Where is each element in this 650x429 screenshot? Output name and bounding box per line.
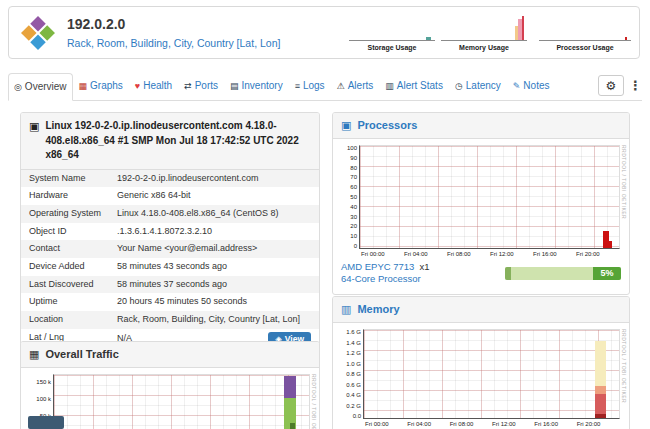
- tab-label: Health: [143, 80, 172, 91]
- tab[interactable]: ✎ Notes: [507, 72, 556, 100]
- cpu-usage-bar: 5%: [505, 267, 621, 280]
- tab[interactable]: ⇄ Ports: [178, 72, 224, 100]
- tab-label: Latency: [466, 80, 501, 91]
- table-row: Uptime 20 hours 45 minutes 50 seconds: [21, 293, 319, 311]
- row-label: Hardware: [29, 190, 117, 202]
- y-tick-label: 0: [354, 243, 357, 249]
- processors-graph[interactable]: [359, 145, 620, 249]
- row-label: Contact: [29, 243, 117, 255]
- tab-label: Inventory: [242, 80, 283, 91]
- x-tick-label: Fri 12:00: [490, 251, 533, 257]
- row-value: Linux 4.18.0-408.el8.x86_64 (CentOS 8): [117, 208, 311, 220]
- y-tick-label: 10: [350, 233, 357, 239]
- graph-tooltip: [28, 416, 64, 429]
- y-tick-label: 60: [350, 184, 357, 190]
- memory-panel-header: ▥ Memory: [333, 297, 629, 323]
- table-row: System Name 192-0-2-0.ip.linodeuserconte…: [21, 170, 319, 188]
- x-tick-label: Fri 20:00: [577, 421, 619, 427]
- x-tick-label: Fri 16:00: [533, 251, 576, 257]
- rrdtool-watermark: RRDTOOL / TOBI OETIKER: [620, 329, 627, 419]
- row-label: Object ID: [29, 226, 117, 238]
- cpu-name-link[interactable]: AMD EPYC 7713: [341, 261, 414, 272]
- y-tick-label: 0.6 G: [346, 382, 361, 388]
- table-row: Last Discovered 58 minutes 37 seconds ag…: [21, 276, 319, 294]
- memory-usage-minigraph: Memory Usage: [441, 15, 527, 51]
- y-tick-label: 50: [350, 194, 357, 200]
- cpu-subtitle: 64-Core Processor: [341, 273, 421, 284]
- system-info-panel: ▣ Linux 192-0-2-0.ip.linodeusercontent.c…: [20, 112, 320, 350]
- y-tick-label: 1.0 G: [346, 361, 361, 367]
- memory-x-axis: Fri 00:00Fri 04:00Fri 08:00Fri 12:00Fri …: [365, 421, 619, 427]
- x-tick-label: Fri 04:00: [404, 251, 447, 257]
- tab[interactable]: ▤ Inventory: [224, 72, 289, 100]
- row-label: Device Added: [29, 261, 117, 273]
- row-label: System Name: [29, 173, 117, 185]
- device-location-link[interactable]: Rack, Room, Building, City, Country [Lat…: [67, 37, 280, 49]
- tab-label: Notes: [523, 80, 549, 91]
- memory-y-axis: 1.6 G1.4 G1.2 G1.0 G0.8 G0.6 G0.4 G0.2 G…: [339, 329, 363, 419]
- memory-panel-title[interactable]: Memory: [357, 303, 399, 315]
- memory-usage-label: Memory Usage: [441, 44, 527, 51]
- row-label: Uptime: [29, 296, 117, 308]
- processors-x-axis: Fri 00:00Fri 04:00Fri 08:00Fri 12:00Fri …: [361, 251, 619, 257]
- tab[interactable]: ◷ Latency: [449, 72, 507, 100]
- tab[interactable]: ▦ Graphs: [73, 72, 129, 100]
- y-tick-label: 1.6 G: [346, 329, 361, 335]
- storage-usage-graph[interactable]: [349, 15, 435, 41]
- logs-icon: ≡: [295, 81, 300, 91]
- kebab-menu-icon: ⋮: [629, 78, 642, 93]
- y-tick-label: 30: [350, 214, 357, 220]
- row-label: Operating System: [29, 208, 117, 220]
- processors-y-axis: 1009080706050403020100: [339, 145, 359, 249]
- y-tick-label: 100 k: [36, 396, 51, 413]
- memory-icon: ▥: [341, 303, 351, 316]
- y-tick-label: 100: [347, 145, 357, 151]
- table-row: Device Added 58 minutes 43 seconds ago: [21, 258, 319, 276]
- tab-bar-actions: ⚙ ⋮: [598, 75, 642, 100]
- table-row: Hardware Generic x86 64-bit: [21, 187, 319, 205]
- row-value: .1.3.6.1.4.1.8072.3.2.10: [117, 226, 311, 238]
- tab-label: Graphs: [90, 80, 123, 91]
- x-tick-label: Fri 12:00: [492, 421, 534, 427]
- settings-button[interactable]: ⚙: [598, 75, 624, 96]
- tab[interactable]: ⚠ Alerts: [331, 72, 380, 100]
- y-tick-label: 1.2 G: [346, 350, 361, 356]
- tab-label: Overview: [25, 81, 67, 92]
- device-title: 192.0.2.0: [67, 16, 125, 32]
- y-tick-label: 1.4 G: [346, 340, 361, 346]
- tab[interactable]: ◎ Overview: [8, 73, 73, 101]
- processor-usage-graph[interactable]: [539, 15, 631, 41]
- y-tick-label: 80: [350, 165, 357, 171]
- row-value: Rack, Room, Building, City, Country [Lat…: [117, 314, 311, 326]
- y-tick-label: 90: [350, 155, 357, 161]
- y-tick-label: 150 k: [36, 379, 51, 396]
- table-row: Location Rack, Room, Building, City, Cou…: [21, 311, 319, 329]
- row-value: 58 minutes 43 seconds ago: [117, 261, 311, 273]
- processor-usage-minigraph: Processor Usage: [539, 15, 631, 51]
- processors-panel-title[interactable]: Processors: [357, 119, 417, 131]
- y-tick-label: 0.2 G: [346, 403, 361, 409]
- ports-icon: ⇄: [184, 81, 192, 91]
- memory-graph[interactable]: [363, 329, 620, 419]
- tab[interactable]: ≡ Logs: [289, 72, 331, 100]
- table-row: Contact Your Name <your@email.address>: [21, 240, 319, 258]
- tab[interactable]: ▥ Alert Stats: [379, 72, 449, 100]
- traffic-graph[interactable]: [53, 374, 310, 429]
- x-tick-label: Fri 00:00: [361, 251, 404, 257]
- memory-usage-graph[interactable]: [441, 15, 527, 41]
- tab-label: Logs: [303, 80, 325, 91]
- cpu-usage-fill: [505, 267, 511, 280]
- storage-usage-label: Storage Usage: [349, 44, 435, 51]
- more-menu-button[interactable]: ⋮: [629, 75, 642, 96]
- system-info-table: System Name 192-0-2-0.ip.linodeuserconte…: [21, 170, 319, 349]
- row-value: 192-0-2-0.ip.linodeusercontent.com: [117, 173, 311, 185]
- tab[interactable]: ♥ Health: [129, 72, 178, 100]
- area-chart-icon: ▦: [29, 348, 39, 361]
- inventory-icon: ▤: [230, 81, 239, 91]
- row-value: Your Name <your@email.address>: [117, 243, 311, 255]
- alert-stats-icon: ▥: [385, 81, 394, 91]
- rrdtool-watermark: RRDTOOL / TOBI OETIKER: [310, 374, 317, 429]
- tab-label: Ports: [195, 80, 218, 91]
- tab-list: ◎ Overview ▦ Graphs ♥ Health ⇄ Ports ▤ I…: [8, 72, 555, 100]
- tab-label: Alert Stats: [397, 80, 443, 91]
